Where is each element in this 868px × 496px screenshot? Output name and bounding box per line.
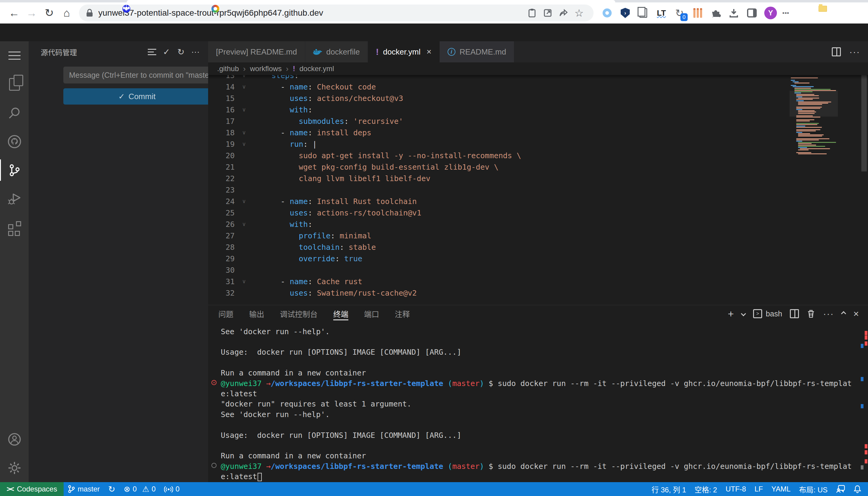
breadcrumb-file[interactable]: docker.yml <box>299 64 334 73</box>
fold-chevron-icon[interactable]: ∨ <box>235 221 253 228</box>
address-bar[interactable]: yunwei37-potential-space-trout-rpr5qwj66… <box>79 4 594 21</box>
code-line-27[interactable]: 27 profile: minimal <box>208 230 781 242</box>
code-editor[interactable]: 13∨ steps:14∨ - name: Checkout code15 us… <box>208 75 868 305</box>
commit-button[interactable]: ✓Commit <box>63 88 229 105</box>
settings-gear-icon[interactable] <box>0 453 29 482</box>
breadcrumb-github-dir[interactable]: .github <box>217 64 239 73</box>
extension-pages-icon[interactable] <box>638 7 649 19</box>
panel-tab-terminal[interactable]: 终端 <box>333 305 348 322</box>
side-panel-icon[interactable] <box>746 7 758 19</box>
branch-indicator[interactable]: master <box>64 482 104 496</box>
scrollbar-thumb[interactable] <box>862 75 867 171</box>
language-mode[interactable]: YAML <box>767 482 795 496</box>
tab-readme[interactable]: i README.md <box>440 41 514 62</box>
back-button[interactable]: ← <box>5 4 23 22</box>
panel-more-icon[interactable]: ··· <box>823 309 834 319</box>
account-icon[interactable] <box>0 425 29 453</box>
terminal-instance-bash[interactable]: >bash <box>753 309 782 318</box>
active-browser-tab[interactable] <box>127 0 615 2</box>
ports-indicator[interactable]: 0 <box>160 482 184 496</box>
split-terminal-icon[interactable] <box>790 309 799 318</box>
panel-tab-debug-console[interactable]: 调试控制台 <box>280 305 318 322</box>
fold-chevron-icon[interactable]: ∨ <box>235 141 253 148</box>
reload-button[interactable]: ↻ <box>41 4 58 22</box>
tab-preview-readme[interactable]: [Preview] README.md <box>208 41 305 62</box>
cursor-position[interactable]: 行 36, 列 1 <box>647 482 690 496</box>
clipboard-icon[interactable] <box>524 5 540 21</box>
problems-indicator[interactable]: ⊗0 ⚠0 <box>119 482 160 496</box>
browser-profile-avatar[interactable]: Y <box>764 6 777 19</box>
kill-terminal-icon[interactable] <box>807 309 815 318</box>
code-line-14[interactable]: 14∨ - name: Checkout code <box>208 81 781 93</box>
remote-indicator[interactable]: >< Codespaces <box>0 482 64 496</box>
code-line-19[interactable]: 19∨ run: | <box>208 138 781 150</box>
fold-chevron-icon[interactable]: ∨ <box>235 106 253 113</box>
tab-docker-yml[interactable]: ! docker.yml × <box>368 41 440 62</box>
close-tab-icon[interactable]: × <box>426 47 431 57</box>
code-line-23[interactable]: 23 <box>208 184 781 196</box>
feedback-icon[interactable] <box>832 482 849 496</box>
code-line-18[interactable]: 18∨ - name: install deps <box>208 127 781 138</box>
code-line-24[interactable]: 24∨ - name: Install Rust toolchain <box>208 196 781 207</box>
sync-extension-icon[interactable]: ↻0 <box>674 7 685 19</box>
editor-scrollbar[interactable] <box>860 75 868 305</box>
commit-message-input[interactable] <box>63 66 229 83</box>
breadcrumb-workflows-dir[interactable]: workflows <box>250 64 282 73</box>
search-icon[interactable] <box>0 98 29 127</box>
extension-shield-icon[interactable]: › <box>619 7 631 19</box>
code-line-29[interactable]: 29 override: true <box>208 253 781 264</box>
run-debug-icon[interactable] <box>0 184 29 213</box>
url-text[interactable]: yunwei37-potential-space-trout-rpr5qwj66… <box>98 8 524 18</box>
keyboard-layout[interactable]: 布局: US <box>795 482 832 496</box>
puzzle-extensions-icon[interactable] <box>710 7 721 19</box>
forward-button[interactable]: → <box>23 4 41 22</box>
terminal-output[interactable]: See 'docker run --help'.Usage: docker ru… <box>221 326 856 482</box>
bookmark-star-icon[interactable]: ☆ <box>571 5 587 21</box>
fold-chevron-icon[interactable]: ∨ <box>235 278 253 285</box>
extensions-icon[interactable] <box>0 213 29 242</box>
tab-dockerfile[interactable]: dockerfile <box>305 41 368 62</box>
code-line-28[interactable]: 28 toolchain: stable <box>208 242 781 253</box>
code-line-22[interactable]: 22 clang llvm libelf1 libelf-dev <box>208 173 781 184</box>
fold-chevron-icon[interactable]: ∨ <box>235 83 253 90</box>
maximize-panel-icon[interactable] <box>841 311 846 316</box>
editor-more-icon[interactable]: ··· <box>849 47 860 57</box>
refresh-icon[interactable]: ↻ <box>174 45 188 59</box>
panel-tab-output[interactable]: 输出 <box>249 305 264 322</box>
new-terminal-icon[interactable]: + <box>728 308 734 320</box>
minimap[interactable] <box>790 75 838 305</box>
terminal-dropdown-icon[interactable] <box>741 311 746 316</box>
split-editor-icon[interactable] <box>832 47 841 56</box>
code-line-26[interactable]: 26∨ with: <box>208 218 781 230</box>
github-icon[interactable] <box>0 127 29 156</box>
home-button[interactable]: ⌂ <box>58 4 75 22</box>
code-line-32[interactable]: 32 uses: Swatinem/rust-cache@v2 <box>208 287 781 299</box>
code-line-21[interactable]: 21 wget pkg-config build-essential zlib1… <box>208 161 781 173</box>
code-line-25[interactable]: 25 uses: actions-rs/toolchain@v1 <box>208 207 781 218</box>
code-line-31[interactable]: 31∨ - name: Cache rust <box>208 276 781 287</box>
source-control-icon[interactable] <box>0 156 29 184</box>
browser-menu-icon[interactable]: ⋮ <box>783 9 788 17</box>
panel-tab-ports[interactable]: 端口 <box>364 305 379 322</box>
more-actions-icon[interactable]: ··· <box>188 45 203 59</box>
indentation[interactable]: 空格: 2 <box>690 482 721 496</box>
code-line-16[interactable]: 16∨ with: <box>208 104 781 115</box>
ammo-extension-icon[interactable] <box>692 7 703 19</box>
view-as-list-icon[interactable] <box>145 45 159 59</box>
notifications-bell-icon[interactable] <box>849 482 868 496</box>
code-line-20[interactable]: 20 sudo apt-get install -y --no-install-… <box>208 150 781 161</box>
eol[interactable]: LF <box>750 482 767 496</box>
code-line-15[interactable]: 15 uses: actions/checkout@v3 <box>208 93 781 104</box>
open-in-window-icon[interactable] <box>540 5 556 21</box>
commit-check-icon[interactable]: ✓ <box>159 45 174 59</box>
extension-circle-icon[interactable] <box>601 7 613 19</box>
encoding[interactable]: UTF-8 <box>721 482 750 496</box>
explorer-icon[interactable] <box>0 70 29 98</box>
sync-indicator[interactable]: ↻ <box>104 482 119 496</box>
menu-hamburger-icon[interactable] <box>0 41 29 70</box>
downloads-icon[interactable] <box>728 7 739 19</box>
fold-chevron-icon[interactable]: ∨ <box>235 198 253 205</box>
lock-icon[interactable] <box>86 9 93 17</box>
share-icon[interactable] <box>556 5 571 21</box>
code-line-17[interactable]: 17 submodules: 'recursive' <box>208 115 781 127</box>
